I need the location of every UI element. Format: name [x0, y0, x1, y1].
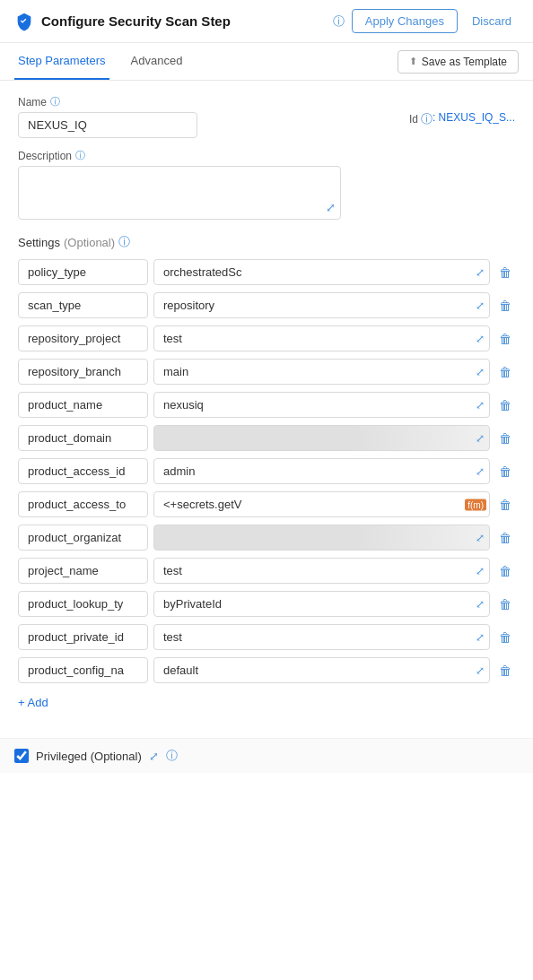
id-info-icon[interactable]: ⓘ: [421, 111, 433, 127]
setting-key-input[interactable]: [18, 359, 148, 385]
setting-value-input[interactable]: [153, 425, 490, 451]
delete-setting-icon[interactable]: 🗑: [495, 496, 515, 514]
delete-setting-icon[interactable]: 🗑: [495, 529, 515, 547]
setting-key-input[interactable]: [18, 624, 148, 650]
setting-expand-icon[interactable]: ⤢: [476, 465, 485, 478]
setting-expand-icon[interactable]: ⤢: [476, 631, 485, 644]
description-section: Description ⓘ ⤢: [18, 149, 515, 220]
delete-setting-icon[interactable]: 🗑: [495, 396, 515, 414]
tabs-bar: Step Parameters Advanced ⬆ Save as Templ…: [0, 43, 533, 81]
setting-key-input[interactable]: [18, 558, 148, 584]
setting-key-input[interactable]: [18, 425, 148, 451]
setting-expand-icon[interactable]: ⤢: [476, 266, 485, 279]
setting-expand-icon[interactable]: ⤢: [476, 333, 485, 345]
description-info-icon[interactable]: ⓘ: [75, 149, 85, 162]
delete-setting-icon[interactable]: 🗑: [495, 629, 515, 646]
page-title: Configure Security Scan Step: [41, 13, 326, 29]
setting-expand-icon[interactable]: ⤢: [476, 598, 485, 611]
apply-changes-button[interactable]: Apply Changes: [352, 9, 458, 33]
delete-setting-icon[interactable]: 🗑: [495, 264, 515, 282]
name-section: Name ⓘ: [18, 95, 395, 138]
delete-setting-icon[interactable]: 🗑: [495, 363, 515, 381]
name-input[interactable]: [18, 112, 197, 138]
setting-value-input[interactable]: [153, 591, 490, 617]
setting-value-input[interactable]: [153, 624, 490, 650]
setting-value-wrap: ⤢: [153, 425, 490, 451]
setting-key-input[interactable]: [18, 259, 148, 285]
shield-icon: [14, 12, 34, 31]
setting-expand-icon[interactable]: ⤢: [476, 664, 485, 677]
privileged-expand-icon[interactable]: ⤢: [149, 750, 159, 763]
setting-expand-icon[interactable]: ⤢: [476, 565, 485, 577]
privileged-info-icon[interactable]: ⓘ: [166, 748, 178, 764]
table-row: ⤢🗑: [18, 325, 515, 351]
setting-value-wrap: ⤢: [153, 292, 490, 318]
setting-value-input[interactable]: [153, 392, 490, 418]
privileged-checkbox[interactable]: [14, 749, 29, 763]
id-value: : NEXUS_IQ_S...: [433, 111, 515, 124]
setting-expand-icon[interactable]: ⤢: [476, 532, 485, 544]
page-header: Configure Security Scan Step ⓘ Apply Cha…: [0, 0, 533, 43]
save-template-button[interactable]: ⬆ Save as Template: [398, 50, 519, 74]
table-row: ⤢🗑: [18, 458, 515, 484]
setting-key-input[interactable]: [18, 491, 148, 517]
setting-value-input[interactable]: [153, 491, 490, 517]
setting-value-input[interactable]: [153, 259, 490, 285]
setting-value-input[interactable]: [153, 325, 490, 351]
delete-setting-icon[interactable]: 🗑: [495, 662, 515, 680]
table-row: ⤢🗑: [18, 359, 515, 385]
setting-value-input[interactable]: [153, 525, 490, 551]
table-row: ⤢🗑: [18, 259, 515, 285]
setting-expand-icon[interactable]: f(m): [465, 499, 486, 510]
setting-value-input[interactable]: [153, 558, 490, 584]
name-info-icon[interactable]: ⓘ: [50, 95, 60, 108]
setting-value-input[interactable]: [153, 657, 490, 683]
delete-setting-icon[interactable]: 🗑: [495, 463, 515, 481]
setting-value-wrap: ⤢: [153, 624, 490, 650]
setting-key-input[interactable]: [18, 657, 148, 683]
name-label: Name ⓘ: [18, 95, 395, 108]
privileged-label: Privileged (Optional): [36, 750, 142, 763]
table-row: ⤢🗑: [18, 292, 515, 318]
setting-expand-icon[interactable]: ⤢: [476, 399, 485, 412]
delete-setting-icon[interactable]: 🗑: [495, 562, 515, 580]
description-expand-icon[interactable]: ⤢: [326, 201, 336, 214]
description-label: Description ⓘ: [18, 149, 515, 162]
setting-key-input[interactable]: [18, 525, 148, 551]
add-setting-link[interactable]: + Add: [18, 696, 48, 709]
setting-value-wrap: ⤢: [153, 325, 490, 351]
setting-key-input[interactable]: [18, 292, 148, 318]
table-row: ⤢🗑: [18, 525, 515, 551]
setting-key-input[interactable]: [18, 325, 148, 351]
delete-setting-icon[interactable]: 🗑: [495, 297, 515, 315]
setting-expand-icon[interactable]: ⤢: [476, 366, 485, 378]
setting-expand-icon[interactable]: ⤢: [476, 299, 485, 312]
discard-button[interactable]: Discard: [465, 10, 519, 32]
main-content: Name ⓘ Id ⓘ : NEXUS_IQ_S... Description …: [0, 81, 533, 724]
setting-key-input[interactable]: [18, 591, 148, 617]
tab-step-parameters[interactable]: Step Parameters: [14, 43, 109, 80]
description-textarea[interactable]: [18, 166, 341, 220]
id-label: Id ⓘ: [409, 111, 433, 127]
name-id-row: Name ⓘ Id ⓘ : NEXUS_IQ_S...: [18, 95, 515, 138]
header-info-icon[interactable]: ⓘ: [333, 13, 345, 30]
settings-info-icon[interactable]: ⓘ: [118, 234, 130, 250]
table-row: f(m)🗑: [18, 491, 515, 517]
table-row: ⤢🗑: [18, 657, 515, 683]
setting-expand-icon[interactable]: ⤢: [476, 432, 485, 445]
setting-value-input[interactable]: [153, 292, 490, 318]
description-textarea-wrap: ⤢: [18, 166, 341, 220]
tab-advanced[interactable]: Advanced: [127, 43, 187, 80]
delete-setting-icon[interactable]: 🗑: [495, 429, 515, 447]
table-row: ⤢🗑: [18, 558, 515, 584]
setting-value-input[interactable]: [153, 458, 490, 484]
delete-setting-icon[interactable]: 🗑: [495, 330, 515, 348]
delete-setting-icon[interactable]: 🗑: [495, 595, 515, 613]
privileged-section: Privileged (Optional) ⤢ ⓘ: [0, 738, 533, 773]
setting-value-wrap: ⤢: [153, 458, 490, 484]
setting-value-wrap: ⤢: [153, 359, 490, 385]
setting-key-input[interactable]: [18, 458, 148, 484]
setting-key-input[interactable]: [18, 392, 148, 418]
setting-value-input[interactable]: [153, 359, 490, 385]
settings-label: Settings (Optional) ⓘ: [18, 234, 515, 250]
